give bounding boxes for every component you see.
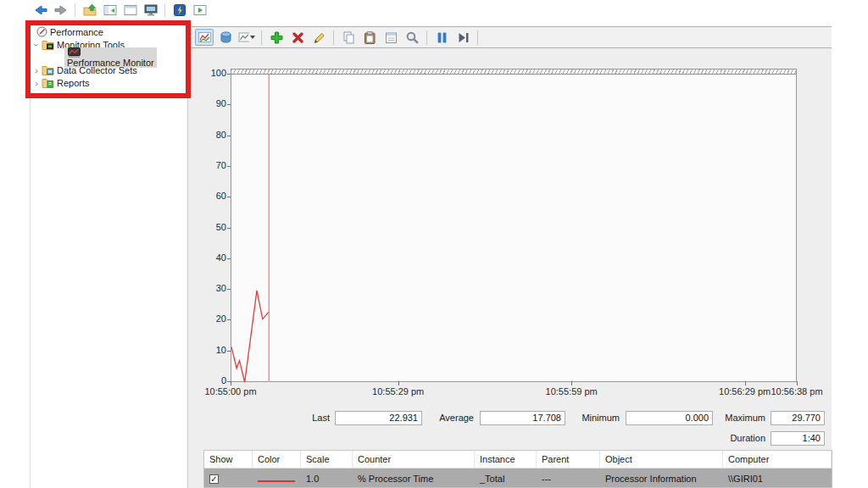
legend-header-row: ShowColorScaleCounterInstanceParentObjec… — [204, 451, 832, 469]
performance-monitor-window: Performance›Monitoring ToolsPerformance … — [0, 0, 868, 488]
column-header-counter[interactable]: Counter — [353, 451, 475, 469]
reports-icon — [42, 77, 54, 88]
counter-cell: % Processor Time — [353, 474, 475, 484]
series-line — [231, 291, 269, 382]
column-header-show[interactable]: Show — [204, 451, 253, 469]
y-axis-label: 70 — [201, 160, 226, 170]
duration-label: Duration — [714, 431, 765, 446]
color-swatch — [258, 480, 295, 482]
x-axis-label: 10:56:29 pm — [719, 386, 771, 396]
x-axis-tick — [398, 381, 399, 385]
last-value: 22.931 — [335, 411, 422, 425]
change-graph-type-icon[interactable] — [237, 29, 256, 46]
chevron-right-icon[interactable]: › — [32, 79, 41, 87]
toolbar-separator — [75, 3, 75, 17]
average-value: 17.708 — [480, 411, 565, 425]
display-icon[interactable] — [142, 2, 159, 18]
toolbar-separator — [426, 30, 427, 45]
column-header-object[interactable]: Object — [600, 451, 723, 469]
tree-item-reports[interactable]: ›Reports — [31, 76, 187, 89]
tree-item-performance[interactable]: Performance — [31, 25, 187, 38]
y-axis-label: 0 — [201, 375, 226, 385]
y-axis-label: 60 — [201, 191, 226, 201]
zoom-icon[interactable] — [403, 29, 421, 46]
minimum-label: Minimum — [569, 411, 620, 425]
toolbar-separator — [164, 3, 165, 17]
window-icon[interactable] — [122, 2, 138, 18]
monitoring-tools-icon — [42, 39, 54, 50]
object-cell: Processor Information — [600, 474, 723, 484]
y-axis-label: 30 — [201, 283, 226, 293]
back-icon[interactable] — [32, 2, 48, 18]
tree-item-label: Data Collector Sets — [57, 65, 137, 75]
minimum-value: 0.000 — [626, 411, 713, 425]
performance-icon — [36, 26, 47, 37]
forward-icon[interactable] — [53, 2, 69, 18]
toolbar-separator — [477, 30, 478, 45]
y-axis-label: 90 — [201, 98, 226, 108]
paste-counter-list-icon[interactable] — [360, 29, 379, 46]
action-pane-icon[interactable] — [192, 2, 208, 18]
help-icon[interactable] — [171, 2, 187, 18]
maximum-label: Maximum — [714, 411, 765, 425]
performance-monitor-icon — [68, 47, 152, 58]
y-axis-label: 20 — [201, 313, 226, 324]
show-checkbox[interactable]: ✓ — [209, 474, 219, 484]
data-collector-sets-icon — [42, 64, 54, 75]
properties-icon[interactable] — [381, 29, 400, 46]
toolbar-separator — [333, 30, 334, 45]
chart-plot[interactable] — [231, 69, 797, 382]
x-axis-label: 10:55:59 pm — [546, 386, 598, 396]
toolbar-separator — [261, 30, 262, 45]
delete-counter-icon[interactable] — [288, 29, 307, 46]
scale-cell: 1.0 — [301, 474, 353, 484]
legend-row[interactable]: ✓1.0% Processor Time_Total---Processor I… — [204, 469, 832, 488]
chart-series-svg — [231, 69, 798, 383]
highlight-icon[interactable] — [309, 29, 328, 46]
view-current-activity-icon[interactable] — [195, 29, 214, 46]
x-axis-tick — [745, 381, 746, 385]
tree-item-label: Reports — [57, 78, 90, 88]
x-axis-tick — [571, 381, 572, 385]
perfmon-toolbar — [188, 26, 832, 48]
x-axis-label: 10:55:29 pm — [372, 386, 424, 396]
average-label: Average — [422, 411, 474, 425]
duration-value: 1:40 — [771, 431, 825, 446]
y-axis-label: 100 — [201, 68, 226, 78]
x-axis-tick — [797, 381, 798, 385]
freeze-display-icon[interactable] — [432, 29, 451, 46]
mmc-toolbar — [32, 1, 208, 19]
y-axis-label: 40 — [201, 252, 226, 263]
column-header-computer[interactable]: Computer — [723, 451, 832, 469]
last-label: Last — [280, 411, 330, 425]
column-header-scale[interactable]: Scale — [301, 451, 353, 469]
update-data-icon[interactable] — [453, 29, 472, 46]
x-axis-label: 10:55:00 pm — [204, 386, 256, 396]
instance-cell: _Total — [475, 474, 537, 484]
column-header-color[interactable]: Color — [253, 451, 301, 469]
tree-item-label: Performance — [50, 27, 103, 37]
chevron-right-icon[interactable]: › — [32, 66, 41, 75]
x-axis-tick — [231, 381, 231, 385]
y-axis-label: 50 — [201, 222, 226, 232]
y-axis-label: 80 — [201, 130, 226, 140]
copy-properties-icon[interactable] — [339, 29, 358, 46]
x-axis-label: 10:56:38 pm — [771, 386, 822, 396]
view-log-data-icon[interactable] — [216, 29, 235, 46]
computer-cell: \\GIRI01 — [723, 474, 832, 484]
tree-item-performance-monitor[interactable]: Performance Monitor — [31, 51, 187, 64]
maximum-value: 29.770 — [771, 411, 825, 425]
counter-legend-table: ShowColorScaleCounterInstanceParentObjec… — [203, 450, 832, 488]
parent-cell: --- — [537, 474, 600, 484]
chevron-down-icon — [250, 36, 255, 39]
column-header-parent[interactable]: Parent — [537, 451, 600, 469]
add-counter-icon[interactable] — [267, 29, 286, 46]
console-tree-panel: Performance›Monitoring ToolsPerformance … — [31, 25, 187, 488]
tree-item-data-collector-sets[interactable]: ›Data Collector Sets — [31, 64, 187, 76]
console-tree-icon[interactable] — [102, 2, 118, 18]
chevron-down-icon[interactable]: › — [32, 41, 41, 49]
y-axis-label: 10 — [201, 345, 226, 355]
column-header-instance[interactable]: Instance — [475, 451, 537, 469]
up-folder-icon[interactable] — [81, 2, 97, 18]
